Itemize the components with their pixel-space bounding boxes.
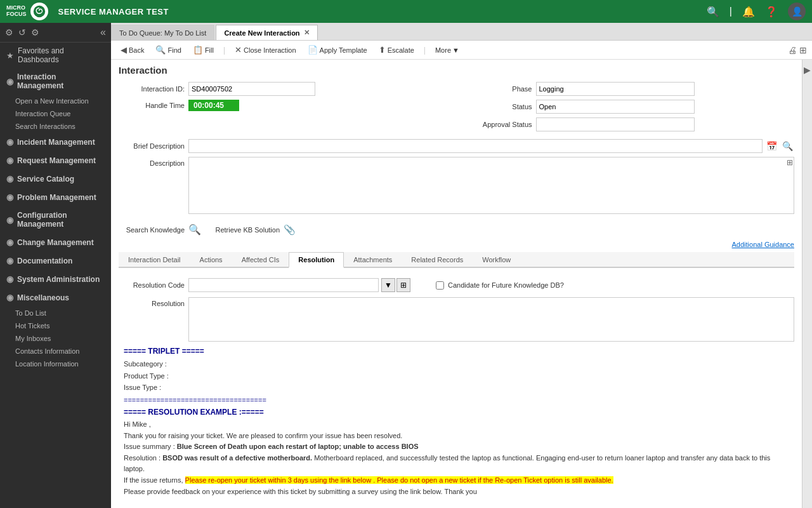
status-label: Status (466, 103, 536, 110)
service-catalog-icon: ◉ (6, 174, 13, 184)
sidebar-sub-label: Search Interactions (15, 123, 75, 130)
sidebar-item-incident-mgmt[interactable]: ◉ Incident Management (0, 133, 111, 151)
sidebar-item-favorites[interactable]: ★ Favorites and Dashboards (0, 43, 111, 68)
close-interaction-label: Close Interaction (244, 46, 296, 54)
sidebar-item-system-admin[interactable]: ◉ System Administration (0, 270, 111, 288)
resolution-code-search-btn[interactable]: ⊞ (396, 278, 410, 292)
user-avatar[interactable]: 👤 (788, 3, 806, 20)
interaction-id-row: Interaction ID: (119, 82, 447, 96)
sidebar-item-config-mgmt[interactable]: ◉ Configuration Management (0, 206, 111, 233)
app-title: SERVICE MANAGER TEST (58, 7, 169, 17)
candidate-kb-checkbox[interactable] (436, 281, 444, 290)
tab-todo[interactable]: To Do Queue: My To Do List (111, 25, 214, 40)
tab-resolution[interactable]: Resolution (289, 252, 344, 268)
triplet-header: ===== TRIPLET ===== (124, 347, 789, 356)
brief-desc-search-icon[interactable]: 🔍 (781, 141, 794, 151)
toolbar-expand-icon[interactable]: ⊞ (799, 45, 807, 55)
sidebar-item-miscellaneous[interactable]: ◉ Miscellaneous (0, 288, 111, 307)
sidebar-item-service-catalog[interactable]: ◉ Service Catalog (0, 170, 111, 188)
tab-create-interaction[interactable]: Create New Interaction ✕ (216, 25, 317, 40)
form-main: Interaction Interaction ID: Handle Time … (111, 60, 802, 508)
right-panel-collapse-icon[interactable]: ▶ (804, 65, 811, 75)
help-icon[interactable]: ❓ (765, 6, 778, 18)
content-area: To Do Queue: My To Do List Create New In… (111, 23, 812, 508)
brief-description-row: Brief Description 📅 🔍 (119, 139, 794, 153)
more-button[interactable]: More ▼ (431, 44, 464, 56)
sidebar-item-interaction-queue[interactable]: Interaction Queue (0, 107, 111, 120)
misc-icon: ◉ (6, 293, 13, 302)
retrieve-kb-label: Retrieve KB Solution (214, 226, 284, 234)
sidebar-item-search-interactions[interactable]: Search Interactions (0, 120, 111, 133)
toolbar-print-icon[interactable]: 🖨 (788, 45, 797, 55)
sidebar-collapse-btn[interactable]: « (100, 27, 106, 38)
logo-area: MICROFOCUS (6, 3, 48, 20)
issue-summary-line: Issue summary : Blue Screen of Death upo… (124, 441, 789, 453)
brief-description-input[interactable] (188, 139, 763, 153)
apply-template-button[interactable]: 📄 Apply Template (303, 43, 372, 57)
related-records-label: Related Records (411, 256, 463, 264)
issue-type-line: Issue Type : (124, 382, 789, 394)
sidebar-sub-label: Interaction Queue (15, 110, 70, 117)
resolution-textarea[interactable] (188, 297, 794, 342)
change-icon: ◉ (6, 237, 13, 247)
notifications-icon[interactable]: 🔔 (742, 6, 755, 18)
resolution-example-header: ===== RESOLUTION EXAMPLE :===== (124, 408, 789, 417)
brief-desc-calendar-icon[interactable]: 📅 (765, 141, 778, 151)
resolution-code-dropdown-btn[interactable]: ▼ (381, 278, 395, 292)
if-issue-line: If the issue returns, Please re-open you… (124, 475, 789, 486)
tab-attachments[interactable]: Attachments (344, 252, 402, 267)
find-button[interactable]: 🔍 Find (151, 43, 185, 57)
sidebar-item-location-info[interactable]: Location Information (0, 358, 111, 370)
top-nav-right: 🔍 | 🔔 ❓ 👤 (707, 3, 806, 20)
sidebar-item-label: Documentation (17, 257, 72, 265)
tab-workflow[interactable]: Workflow (473, 252, 520, 267)
fill-button[interactable]: 📋 Fill (188, 43, 218, 57)
sidebar-item-todo-list[interactable]: To Do List (0, 307, 111, 319)
please-provide-line: Please provide feedback on your experien… (124, 486, 789, 498)
content-with-panel: Interaction Interaction ID: Handle Time … (111, 60, 812, 508)
description-textarea[interactable] (188, 157, 794, 214)
swirl-icon[interactable] (30, 3, 48, 20)
escalate-button[interactable]: ⬆ Escalate (374, 43, 419, 57)
phase-label: Phase (466, 85, 536, 93)
sidebar-item-documentation[interactable]: ◉ Documentation (0, 251, 111, 270)
tab-interaction-detail[interactable]: Interaction Detail (119, 252, 190, 267)
tab-create-label: Create New Interaction (224, 29, 299, 37)
phase-input[interactable] (536, 82, 695, 96)
close-interaction-icon: ✕ (235, 45, 242, 55)
sidebar-item-contacts-info[interactable]: Contacts Information (0, 345, 111, 358)
approval-status-input[interactable] (536, 117, 695, 131)
sidebar-item-change-mgmt[interactable]: ◉ Change Management (0, 233, 111, 251)
search-icon[interactable]: 🔍 (707, 6, 719, 18)
tab-affected-cis[interactable]: Affected CIs (232, 252, 289, 267)
sidebar: ⚙ ↺ ⚙ « ★ Favorites and Dashboards ◉ Int… (0, 23, 111, 508)
status-input[interactable] (536, 100, 695, 114)
sidebar-config-icon[interactable]: ⚙ (31, 27, 39, 37)
request-icon: ◉ (6, 156, 13, 165)
sidebar-refresh-icon[interactable]: ↺ (18, 27, 26, 37)
sidebar-item-request-mgmt[interactable]: ◉ Request Management (0, 151, 111, 170)
retrieve-kb-icon[interactable]: 📎 (284, 224, 296, 236)
svg-point-0 (33, 6, 44, 17)
additional-guidance-link[interactable]: Additional Guidance (119, 241, 794, 248)
sidebar-item-interaction-mgmt[interactable]: ◉ Interaction Management (0, 68, 111, 95)
back-button[interactable]: ◀ Back (116, 43, 148, 57)
resolution-code-input[interactable] (188, 278, 379, 292)
sidebar-item-problem-mgmt[interactable]: ◉ Problem Management (0, 188, 111, 206)
sidebar-item-label: Change Management (17, 238, 94, 247)
sidebar-sub-label: Hot Tickets (15, 322, 49, 330)
back-icon: ◀ (121, 45, 127, 55)
sidebar-item-hot-tickets[interactable]: Hot Tickets (0, 319, 111, 332)
tab-related-records[interactable]: Related Records (402, 252, 473, 267)
description-expand-icon[interactable]: ⊞ (787, 158, 793, 167)
brief-desc-icons: 📅 🔍 (765, 141, 794, 151)
tab-actions[interactable]: Actions (190, 252, 232, 267)
close-tab-icon[interactable]: ✕ (304, 29, 310, 37)
search-knowledge-icon[interactable]: 🔍 (188, 224, 201, 236)
sidebar-item-open-interaction[interactable]: Open a New Interaction (0, 95, 111, 107)
interaction-id-input[interactable] (188, 82, 315, 96)
sidebar-settings-icon[interactable]: ⚙ (5, 27, 13, 37)
close-interaction-button[interactable]: ✕ Close Interaction (230, 43, 301, 57)
sidebar-item-my-inboxes[interactable]: My Inboxes (0, 332, 111, 345)
apply-template-label: Apply Template (320, 46, 367, 54)
